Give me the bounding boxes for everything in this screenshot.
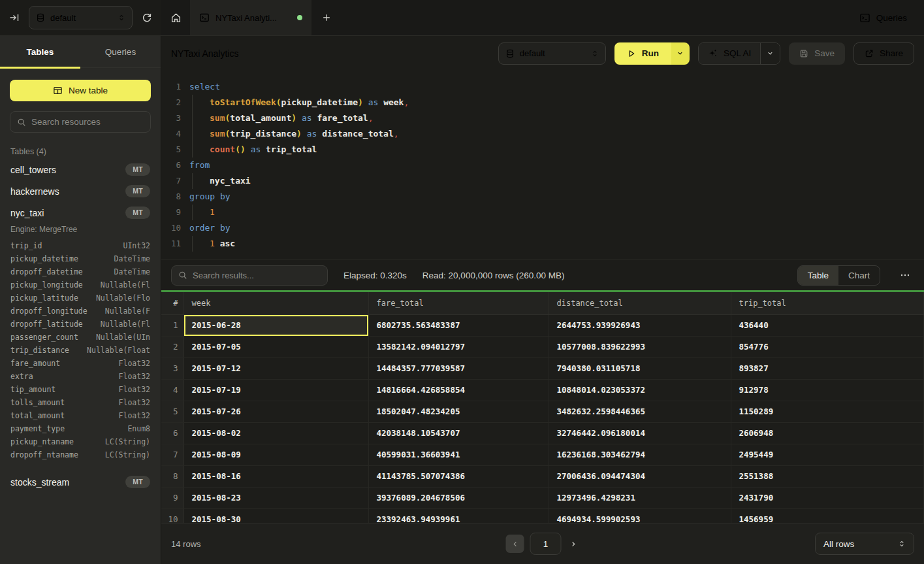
new-table-button-label: New table [69,86,108,95]
view-tab-table[interactable]: Table [798,266,838,285]
column-header-week[interactable]: week [183,292,368,314]
table-cell[interactable]: 39376089.204678506 [368,487,549,508]
table-cell[interactable]: 18502047.48234205 [368,401,549,422]
sql-editor[interactable]: 1select2toStartOfWeek(pickup_datetime) a… [161,71,924,259]
table-cell[interactable]: 2015-08-23 [183,487,368,508]
sidebar-search[interactable] [10,111,151,133]
table-cell[interactable]: 13582142.094012797 [368,336,549,357]
save-button[interactable]: Save [789,42,845,65]
current-page[interactable]: 1 [530,533,562,555]
table-cell[interactable]: 1150289 [731,401,924,422]
database-select[interactable]: default [29,6,133,29]
table-cell[interactable]: 27006436.094474304 [549,465,731,487]
table-cell[interactable]: 1456959 [731,508,924,523]
table-cell[interactable]: 16236168.303462794 [549,444,731,465]
table-cell[interactable]: 10577008.839622993 [549,336,731,357]
column-name: tip_amount [10,383,56,396]
table-cell[interactable]: 12973496.4298231 [549,487,731,508]
sidebar-table-hackernews[interactable]: hackernewsMT [10,180,151,202]
sidebar-table-cell_towers[interactable]: cell_towersMT [10,159,151,180]
sidebar-table-nyc_taxi[interactable]: nyc_taxiMT [10,202,151,224]
new-tab-button[interactable] [311,0,342,35]
table-cell[interactable]: 2015-07-05 [183,336,368,357]
column-header-index[interactable]: # [161,292,183,314]
table-cell[interactable]: 2015-07-26 [183,401,368,422]
sparkle-icon [708,48,718,58]
queries-button[interactable]: Queries [853,0,924,35]
column-type: Nullable(Float [87,344,150,357]
table-cell[interactable]: 2015-08-09 [183,444,368,465]
table-cell[interactable]: 854776 [731,336,924,357]
table-cell[interactable]: 436440 [731,314,924,336]
table-cell[interactable]: 3482632.2598446365 [549,401,731,422]
page-size-select[interactable]: All rows [815,533,914,555]
sql-ai-button[interactable]: SQL AI [699,43,760,64]
refresh-icon[interactable] [142,12,152,23]
column-type: Nullable(Fl [101,318,150,331]
table-cell[interactable]: 2015-07-19 [183,379,368,401]
query-database-select[interactable]: default [498,42,606,65]
table-cell[interactable]: 2431790 [731,487,924,508]
table-cell[interactable]: 7940380.031105718 [549,357,731,379]
run-options-caret[interactable] [671,42,690,65]
table-cell[interactable]: 41143785.507074386 [368,465,549,487]
prev-page-button[interactable] [506,535,524,553]
row-number: 6 [161,422,183,444]
table-column-row: trip_distanceNullable(Float [10,344,151,357]
table-cell[interactable]: 2015-07-12 [183,357,368,379]
sidebar-tab-tables[interactable]: Tables [0,36,80,67]
column-name: trip_id [10,239,42,252]
column-type: DateTime [114,265,150,278]
table-cell[interactable]: 2015-08-02 [183,422,368,444]
view-tab-chart[interactable]: Chart [838,266,880,285]
table-column-row: total_amountFloat32 [10,409,151,422]
line-code: 1 [189,205,215,220]
table-cell[interactable]: 32746442.096180014 [549,422,731,444]
tab-nytaxi-analytics[interactable]: NYTaxi Analyti... [190,0,311,35]
table-cell[interactable]: 912978 [731,379,924,401]
sidebar-tabs: TablesQueries [0,36,161,68]
table-cell[interactable]: 2495449 [731,444,924,465]
table-cell[interactable]: 14484357.777039587 [368,357,549,379]
sidebar-search-input[interactable] [31,117,144,127]
table-row: 52015-07-2618502047.482342053482632.2598… [161,401,924,422]
table-column-row: dropoff_longitudeNullable(F [10,305,151,318]
table-cell[interactable]: 2015-08-30 [183,508,368,523]
sidebar-tab-queries[interactable]: Queries [80,36,161,67]
home-button[interactable] [161,0,190,35]
table-cell[interactable]: 23392463.94939961 [368,508,549,523]
table-cell[interactable]: 6802735.563483387 [368,314,549,336]
sidebar-body: New table Tables (4) cell_towersMThacker… [0,68,161,564]
topbar-left: default [0,0,161,36]
run-button[interactable]: Run [614,42,671,65]
table-column-row: fare_amountFloat32 [10,357,151,370]
results-search-input[interactable] [193,271,321,280]
table-cell[interactable]: 10848014.023053372 [549,379,731,401]
table-cell[interactable]: 893827 [731,357,924,379]
share-button[interactable]: Share [853,42,914,65]
table-engine-label: Engine: MergeTree [10,224,151,239]
column-header-distance_total[interactable]: distance_total [549,292,731,314]
table-cell[interactable]: 14816664.426858854 [368,379,549,401]
table-cell[interactable]: 2015-06-28 [183,314,368,336]
table-cell[interactable]: 40599031.36603941 [368,444,549,465]
new-table-button[interactable]: New table [10,80,151,101]
sql-token: , [394,129,399,139]
column-header-trip_total[interactable]: trip_total [731,292,924,314]
results-search[interactable] [171,265,328,286]
next-page-button[interactable] [567,538,580,550]
table-cell[interactable]: 2551388 [731,465,924,487]
table-cell[interactable]: 4694934.599902593 [549,508,731,523]
table-row: 92015-08-2339376089.20467850612973496.42… [161,487,924,508]
column-header-fare_total[interactable]: fare_total [368,292,549,314]
sidebar-table-stocks_stream[interactable]: stocks_streamMT [10,471,151,493]
sql-ai-options-caret[interactable] [760,43,780,64]
more-options-icon[interactable] [896,270,914,280]
sql-token: 1 [210,239,215,248]
results-toolbar: Elapsed: 0.320s Read: 20,000,000 rows (2… [161,259,924,290]
table-cell[interactable]: 2644753.939926943 [549,314,731,336]
table-cell[interactable]: 2015-08-16 [183,465,368,487]
collapse-sidebar-icon[interactable] [9,12,20,23]
table-cell[interactable]: 42038148.10543707 [368,422,549,444]
table-cell[interactable]: 2606948 [731,422,924,444]
